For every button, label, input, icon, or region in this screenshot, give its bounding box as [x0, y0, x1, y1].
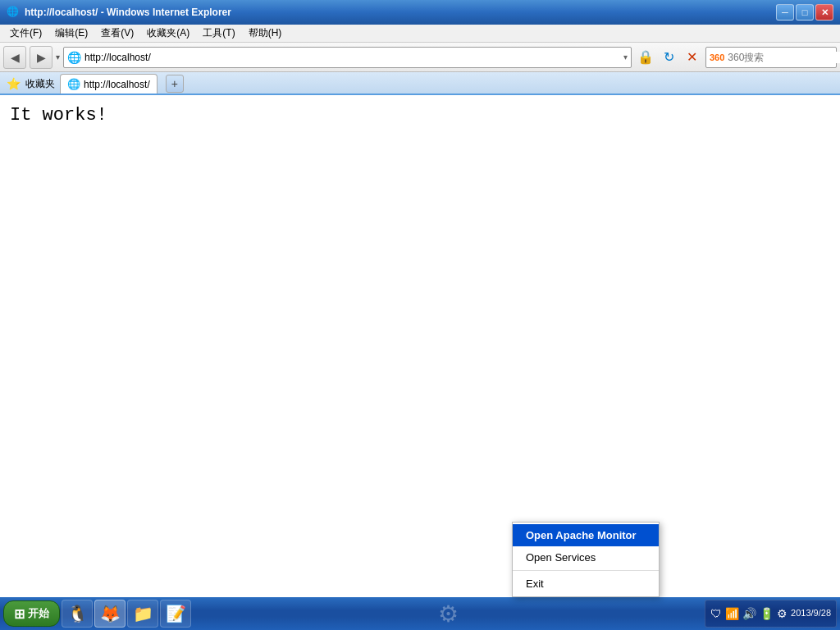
- stop-button[interactable]: ✕: [681, 47, 702, 68]
- windows-logo-icon: ⊞: [14, 606, 25, 622]
- context-menu-item-exit[interactable]: Exit: [513, 573, 659, 595]
- favorites-label[interactable]: 收藏夹: [25, 77, 55, 91]
- taskbar-apps: 🐧 🦊 📁 📝: [62, 600, 191, 628]
- menu-file[interactable]: 文件(F): [3, 25, 48, 42]
- title-bar: 🌐 http://localhost/ - Windows Internet E…: [0, 0, 840, 25]
- tray-icon-antivirus[interactable]: 🛡: [710, 607, 722, 620]
- tab-page-icon: 🌐: [67, 78, 80, 90]
- back-button[interactable]: ◀: [3, 46, 26, 69]
- context-menu: Open Apache Monitor Open Services Exit: [512, 522, 660, 597]
- page-body: It works!: [0, 95, 840, 132]
- toolbar: ◀ ▶ ▾ 🌐 ▾ 🔒 ↻ ✕ 360 🔍: [0, 43, 840, 72]
- system-tray: 🛡 📶 🔊 🔋 ⚙ 2013/9/28: [705, 600, 837, 628]
- taskbar-app-explorer[interactable]: 📁: [127, 600, 158, 628]
- context-menu-separator: [513, 570, 659, 571]
- active-tab[interactable]: 🌐 http://localhost/: [60, 74, 158, 94]
- taskbar-app-word[interactable]: 📝: [160, 600, 191, 628]
- context-menu-item-apache-monitor[interactable]: Open Apache Monitor: [513, 524, 659, 546]
- maximize-button[interactable]: □: [796, 4, 814, 21]
- context-menu-item-services[interactable]: Open Services: [513, 546, 659, 568]
- tabs-bar: ⭐ 收藏夹 🌐 http://localhost/ +: [0, 72, 840, 95]
- address-input[interactable]: [84, 52, 620, 63]
- menu-favorites[interactable]: 收藏夹(A): [140, 25, 196, 42]
- refresh-button[interactable]: ↻: [658, 47, 679, 68]
- browser-content: It works!: [0, 95, 840, 597]
- menu-help[interactable]: 帮助(H): [242, 25, 289, 42]
- nav-dropdown-arrow[interactable]: ▾: [56, 52, 60, 62]
- tab-title: http://localhost/: [84, 79, 150, 90]
- window-controls: ─ □ ✕: [776, 4, 833, 21]
- menu-view[interactable]: 查看(V): [94, 25, 140, 42]
- taskbar-center: ⚙: [193, 600, 703, 628]
- start-label: 开始: [28, 606, 49, 621]
- menu-tools[interactable]: 工具(T): [196, 25, 241, 42]
- close-button[interactable]: ✕: [815, 4, 833, 21]
- tray-icon-battery[interactable]: 🔋: [760, 607, 774, 620]
- tray-icon-volume[interactable]: 🔊: [742, 607, 756, 620]
- search-input[interactable]: [728, 52, 840, 63]
- taskbar: ⊞ 开始 🐧 🦊 📁 📝 ⚙ 🛡 📶 🔊 🔋 ⚙ 2013/9/28: [0, 597, 840, 630]
- menu-bar: 文件(F) 编辑(E) 查看(V) 收藏夹(A) 工具(T) 帮助(H): [0, 25, 840, 43]
- address-bar[interactable]: 🌐 ▾: [63, 47, 632, 68]
- new-tab-button[interactable]: +: [166, 75, 184, 93]
- certificate-button[interactable]: 🔒: [635, 47, 656, 68]
- watermark-icon: ⚙: [438, 600, 459, 628]
- window-title: http://localhost/ - Windows Internet Exp…: [25, 7, 771, 18]
- it-works-heading: It works!: [10, 105, 830, 126]
- favorites-star[interactable]: ⭐: [7, 77, 21, 90]
- menu-edit[interactable]: 编辑(E): [48, 25, 94, 42]
- search-box[interactable]: 360 🔍: [705, 47, 837, 68]
- tray-icon-network[interactable]: 📶: [725, 607, 739, 620]
- search-logo: 360: [710, 52, 724, 62]
- taskbar-app-ie[interactable]: 🦊: [94, 600, 126, 628]
- browser-window: 🌐 http://localhost/ - Windows Internet E…: [0, 0, 840, 630]
- nav-action-icons: 🔒 ↻ ✕: [635, 47, 702, 68]
- page-icon: 🌐: [67, 51, 81, 64]
- ie-icon: 🌐: [7, 6, 20, 19]
- taskbar-app-qq[interactable]: 🐧: [62, 600, 93, 628]
- start-button[interactable]: ⊞ 开始: [3, 600, 60, 627]
- forward-button[interactable]: ▶: [30, 46, 52, 69]
- system-clock: 2013/9/28: [791, 607, 831, 619]
- address-dropdown-arrow[interactable]: ▾: [623, 52, 628, 62]
- minimize-button[interactable]: ─: [776, 4, 794, 21]
- tray-icon-apache[interactable]: ⚙: [777, 607, 788, 620]
